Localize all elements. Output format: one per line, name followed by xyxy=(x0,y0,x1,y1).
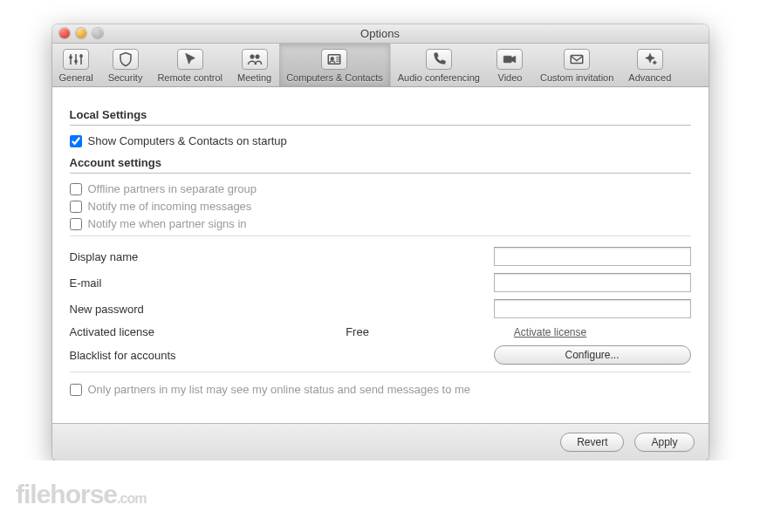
tab-label: Computers & Contacts xyxy=(286,72,383,83)
activated-license-label: Activated license xyxy=(70,325,305,338)
revert-button[interactable]: Revert xyxy=(560,433,624,452)
activate-license-link[interactable]: Activate license xyxy=(514,326,586,338)
local-settings-heading: Local Settings xyxy=(70,108,691,126)
email-row: E-mail xyxy=(70,273,691,292)
activated-license-row: Activated license Free Activate license xyxy=(70,325,691,338)
notify-incoming-row[interactable]: Notify me of incoming messages xyxy=(70,200,691,213)
contact-card-icon xyxy=(321,49,347,70)
configure-blacklist-button[interactable]: Configure... xyxy=(494,345,691,365)
blacklist-row: Blacklist for accounts Configure... xyxy=(70,345,691,365)
checkbox-label: Show Computers & Contacts on startup xyxy=(88,134,287,147)
cursor-icon xyxy=(177,49,203,70)
tab-remote-control[interactable]: Remote control xyxy=(150,44,230,86)
window-controls xyxy=(59,28,103,38)
tab-video[interactable]: Video xyxy=(488,44,533,86)
minimize-button[interactable] xyxy=(76,28,86,38)
new-password-row: New password xyxy=(70,299,691,318)
tab-label: Security xyxy=(108,72,143,83)
tab-label: General xyxy=(59,72,93,83)
tab-label: Video xyxy=(498,72,523,83)
display-name-row: Display name xyxy=(70,247,691,266)
tab-general[interactable]: General xyxy=(52,44,101,86)
svg-rect-7 xyxy=(504,56,512,63)
zoom-button[interactable] xyxy=(92,28,103,38)
titlebar: Options xyxy=(52,24,709,44)
checkbox-label: Offline partners in separate group xyxy=(88,182,257,195)
display-name-input[interactable] xyxy=(494,247,691,266)
shield-icon xyxy=(113,49,139,70)
divider xyxy=(70,372,691,372)
toolbar: General Security Remote control Meeting … xyxy=(52,44,709,87)
checkbox-label: Notify me of incoming messages xyxy=(88,200,252,213)
offline-partners-row[interactable]: Offline partners in separate group xyxy=(70,182,691,195)
account-settings-heading: Account settings xyxy=(70,156,691,174)
close-button[interactable] xyxy=(59,28,70,38)
svg-point-6 xyxy=(331,57,334,60)
email-input[interactable] xyxy=(494,273,691,292)
sliders-icon xyxy=(63,49,89,70)
window-title: Options xyxy=(360,27,400,40)
tab-computers-contacts[interactable]: Computers & Contacts xyxy=(279,44,391,86)
options-window: Options General Security Remote control … xyxy=(52,24,709,460)
sparkle-icon xyxy=(637,49,663,70)
apply-button[interactable]: Apply xyxy=(634,433,694,452)
tab-meeting[interactable]: Meeting xyxy=(230,44,279,86)
notify-incoming-checkbox[interactable] xyxy=(70,201,82,213)
tab-audio-conferencing[interactable]: Audio conferencing xyxy=(391,44,488,86)
only-partners-row[interactable]: Only partners in my list may see my onli… xyxy=(70,383,691,396)
svg-point-1 xyxy=(75,60,78,63)
blacklist-label: Blacklist for accounts xyxy=(70,349,305,362)
display-name-label: Display name xyxy=(70,250,305,263)
tab-label: Audio conferencing xyxy=(398,72,480,83)
phone-icon xyxy=(426,49,452,70)
tab-security[interactable]: Security xyxy=(101,44,151,86)
tab-advanced[interactable]: Advanced xyxy=(621,44,679,86)
content-pane: Local Settings Show Computers & Contacts… xyxy=(52,87,709,423)
new-password-input[interactable] xyxy=(494,299,691,318)
envelope-icon xyxy=(564,49,590,70)
notify-signin-row[interactable]: Notify me when partner signs in xyxy=(70,217,691,230)
tab-label: Meeting xyxy=(237,72,271,83)
people-icon xyxy=(242,49,268,70)
divider xyxy=(70,235,691,236)
tab-label: Custom invitation xyxy=(540,72,613,83)
notify-signin-checkbox[interactable] xyxy=(70,218,82,230)
tab-label: Advanced xyxy=(628,72,671,83)
checkbox-label: Only partners in my list may see my onli… xyxy=(88,383,471,396)
svg-rect-8 xyxy=(571,56,583,64)
tab-label: Remote control xyxy=(157,72,223,83)
video-icon xyxy=(496,49,523,70)
email-label: E-mail xyxy=(70,276,305,290)
checkbox-label: Notify me when partner signs in xyxy=(88,217,247,230)
svg-point-4 xyxy=(255,55,259,59)
svg-point-0 xyxy=(70,56,72,58)
show-on-startup-row[interactable]: Show Computers & Contacts on startup xyxy=(70,134,691,147)
only-partners-checkbox[interactable] xyxy=(70,384,82,396)
svg-point-2 xyxy=(80,55,83,58)
activated-license-value: Free xyxy=(305,325,410,338)
tab-custom-invitation[interactable]: Custom invitation xyxy=(533,44,621,86)
offline-partners-checkbox[interactable] xyxy=(70,183,82,195)
new-password-label: New password xyxy=(70,303,305,316)
svg-point-3 xyxy=(250,55,254,59)
footer: Revert Apply xyxy=(52,423,709,460)
show-on-startup-checkbox[interactable] xyxy=(70,135,82,147)
